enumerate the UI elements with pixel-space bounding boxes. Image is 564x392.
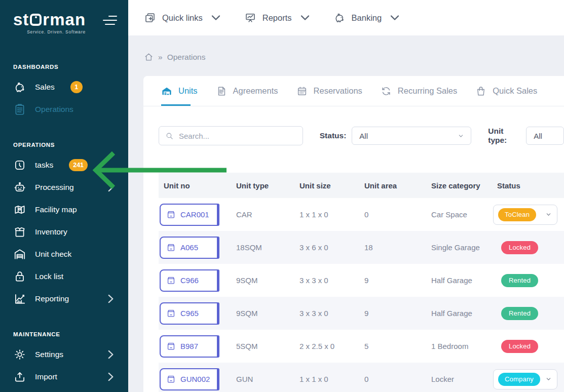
chevron-right-icon [104,181,117,194]
sidebar-item-facility-map[interactable]: Facility map [13,199,117,221]
chevron-down-icon [546,212,551,217]
sidebar-item-unit-check[interactable]: Unit check [13,243,117,265]
topbar-menu-banking[interactable]: Banking [333,12,401,24]
units-table: Unit noUnit typeUnit sizeUnit areaSize c… [159,173,564,392]
chart-icon [13,292,26,305]
sidebar-item-import[interactable]: Import [13,366,117,388]
unit-number-button[interactable]: A065 [160,237,219,259]
unit-area-cell: 0 [359,375,426,383]
status-cell: Company [492,369,564,389]
unit-box-icon [166,243,176,252]
tab-units[interactable]: Units [161,76,198,106]
status-cell: Rented [492,307,564,320]
sidebar-item-sales[interactable]: Sales1 [13,76,117,98]
chevron-down-icon [210,12,222,24]
sidebar-section-title: DASHBOARDS [13,64,117,70]
tab-label: Reservations [314,86,362,96]
unit-size-cell: 1 x 1 x 0 [294,210,359,219]
column-header-status: Status [492,181,564,190]
table-body: CAR001CAR1 x 1 x 00Car SpaceToCleanA0651… [159,198,564,392]
status-badge: Rented [501,274,538,287]
tab-agreements[interactable]: Agreements [216,76,278,106]
unit-number-button[interactable]: C966 [160,269,219,292]
sidebar-item-inventory[interactable]: Inventory [13,221,117,243]
status-filter-value: All [359,132,368,140]
chevron-down-icon [458,133,464,139]
unit-number-button[interactable]: B987 [160,335,219,358]
search-box[interactable] [159,126,303,145]
garage-filled-icon [161,86,172,97]
unit-box-icon [166,210,176,219]
unit-box-icon [166,276,176,285]
gear-icon [13,348,26,361]
tab-recurring-sales[interactable]: Recurring Sales [381,76,457,106]
topbar-menu-reports[interactable]: Reports [244,12,311,24]
unit-number-label: CAR001 [180,210,209,219]
sidebar-item-tasks[interactable]: tasks241 [13,154,117,176]
sidebar-section-title: OPERATIONS [13,142,117,148]
tab-label: Agreements [233,86,278,96]
presentation-icon [244,12,256,24]
tab-quick-sales[interactable]: Quick Sales [475,76,537,106]
topbar-menu-label: Banking [352,13,382,23]
unit-type-cell: 5SQM [231,342,294,350]
box-icon [13,225,26,239]
sidebar-item-reporting[interactable]: Reporting [13,288,117,310]
status-badge: Company [498,373,540,386]
sidebar-item-label: Reporting [35,294,69,303]
clipboard-icon [13,103,26,116]
unit-number-button[interactable]: CAR001 [160,204,219,226]
size-category-cell: 1 Bedroom [426,342,492,350]
unit-area-cell: 9 [359,276,426,285]
status-badge: Locked [501,241,538,254]
unit-type-filter-select[interactable]: All [526,127,564,145]
sidebar-item-label: Processing [35,183,74,192]
unit-number-button[interactable]: C965 [160,302,219,325]
home-icon[interactable] [144,52,154,62]
count-badge: 1 [70,81,83,93]
unit-area-cell: 5 [359,342,426,350]
piggy-bank-icon [333,12,346,24]
column-header-unit-type: Unit type [231,181,294,190]
table-row: C9659SQM3 x 3 x 09Half GarageRented [159,297,564,330]
sidebar-item-processing[interactable]: Processing [13,176,117,199]
column-header-size-category: Size category [426,181,492,190]
sidebar-item-label: Settings [35,350,63,359]
topbar: Quick linksReportsBanking [128,0,564,35]
sidebar-item-label: Inventory [35,227,67,237]
tab-label: Units [178,86,198,96]
count-badge: 241 [69,159,88,171]
unit-area-cell: 9 [359,309,426,318]
sidebar-item-label: Lock list [35,272,63,281]
chevron-right-icon [104,292,117,305]
unit-type-filter-label: Unit type: [488,127,520,145]
tab-reservations[interactable]: Reservations [296,76,362,106]
status-cell: ToClean [492,205,564,225]
size-category-cell: Single Garage [426,243,492,252]
logo-wordmark: strman [13,11,86,28]
unit-type-cell: 9SQM [231,276,294,285]
sidebar-item-operations[interactable]: Operations [13,98,117,121]
search-icon [165,132,174,140]
sidebar-item-lock-list[interactable]: Lock list [13,265,117,288]
unit-number-label: B987 [180,342,198,350]
map-icon [13,203,26,216]
refresh-icon [381,86,392,97]
topbar-menu-quick-links[interactable]: Quick links [144,12,222,24]
status-dropdown[interactable]: Company [493,369,557,389]
plus-square-icon [144,12,156,24]
sidebar-nav: DASHBOARDSSales1OperationsOPERATIONStask… [0,64,128,388]
topbar-menu-label: Reports [262,13,292,23]
menu-toggle-icon[interactable] [98,15,117,27]
status-badge: Rented [501,307,538,320]
search-input[interactable] [179,132,296,140]
topbar-menu-label: Quick links [162,13,203,23]
unit-type-cell: 9SQM [231,309,294,318]
status-dropdown[interactable]: ToClean [493,205,557,225]
sidebar-item-label: Facility map [35,205,77,214]
status-filter-select[interactable]: All [352,127,471,145]
sidebar-item-settings[interactable]: Settings [13,343,117,366]
tab-bar: UnitsAgreementsReservationsRecurring Sal… [143,76,564,106]
unit-size-cell: 3 x 3 x 0 [294,276,359,285]
unit-number-button[interactable]: GUN002 [160,368,219,390]
